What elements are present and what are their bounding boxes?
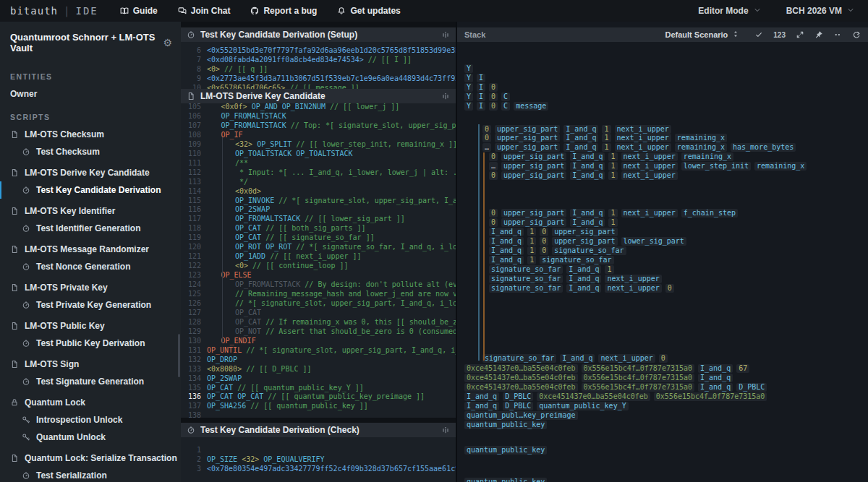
sidebar-item-label: LM-OTS Checksum	[25, 129, 104, 139]
sidebar-section-header: ENTITIES	[0, 62, 181, 85]
stack-row: 0upper_sig_partI_and_q1	[489, 218, 621, 228]
topbar-button-label: Get updates	[350, 6, 400, 16]
stack-value: 0xce451437e0…ba55e04c0feb	[464, 374, 578, 382]
sidebar-item-owner[interactable]: Owner	[0, 85, 181, 103]
sidebar-item-test-public-key-derivation[interactable]: Test Public Key Derivation	[0, 335, 181, 352]
stack-row: signature_so_farI_and_qnext_i_upper	[489, 275, 665, 284]
numeric-format-toggle[interactable]: 123	[773, 31, 786, 39]
stack-value: quantum_publ…key_preimage	[464, 411, 578, 420]
sidebar-item-test-signature-generation[interactable]: Test Signature Generation	[0, 373, 181, 390]
code-text: OP_1ADD // [[ next_i_upper ]]	[235, 251, 362, 261]
stack-redo-icon[interactable]	[852, 30, 861, 39]
stack-value: Y	[464, 83, 473, 92]
script-panel-header: Test Key Candidate Derivation (Setup)	[181, 27, 456, 42]
trace-toggle-icon[interactable]	[441, 426, 450, 434]
key-icon	[22, 433, 30, 442]
sidebar-scrollbar[interactable]	[178, 334, 180, 377]
code-text: OP_FROMALTSTACK // By design: don't poll…	[235, 280, 456, 289]
sidebar-item-label: Owner	[10, 89, 37, 99]
topbar-button-join-chat[interactable]: Join Chat	[178, 6, 231, 16]
token-op: OP_ROT OP_ROT	[235, 243, 292, 251]
stack-value: …	[489, 162, 498, 171]
main-area: Test Key Candidate Derivation (Setup)6<0…	[181, 22, 868, 482]
stack-value: 0	[489, 102, 498, 111]
stack-check-icon[interactable]	[754, 30, 763, 39]
topbar-select-vm-version[interactable]: BCH 2026 VM	[786, 6, 855, 17]
trace-toggle-icon[interactable]	[441, 30, 450, 39]
sidebar-item-lm-ots-key-identifier[interactable]: LM-OTS Key Identifier	[0, 202, 181, 220]
sidebar-item-quantum-unlock[interactable]: Quantum Unlock	[0, 429, 181, 446]
code-text: OP_ENDIF	[221, 336, 256, 345]
token-inactive: OP_FROMALTSTACK	[235, 280, 300, 288]
stack-value: quantum_public_key	[464, 446, 547, 455]
stack-row: 0xce451437e0…ba55e04c0feb0x556e15bc4f…0f…	[464, 383, 770, 392]
line-number: 118	[181, 223, 201, 233]
topbar-button-label: Report a bug	[263, 6, 317, 16]
stack-value: signature_so_far	[552, 246, 626, 255]
stack-pin-icon[interactable]	[814, 30, 823, 39]
stack-row: quantum_public_key	[464, 478, 550, 482]
sidebar-item-test-serialization[interactable]: Test Serialization	[0, 467, 181, 482]
sidebar-item-introspection-unlock[interactable]: Introspection Unlock	[0, 411, 181, 429]
sidebar-item-lm-ots-public-key[interactable]: LM-OTS Public Key	[0, 317, 181, 335]
token-num: <0>	[235, 262, 248, 270]
topbar-button-get-updates[interactable]: Get updates	[337, 6, 400, 16]
sidebar-item-quantum-lock-serialize-transaction[interactable]: Quantum Lock: Serialize Transaction	[0, 449, 181, 467]
stack-value: I_and_q	[570, 171, 605, 180]
sidebar-item-quantum-lock[interactable]: Quantum Lock	[0, 394, 181, 411]
sidebar-item-test-nonce-generation[interactable]: Test Nonce Generation	[0, 258, 181, 275]
sidebar-item-test-identifier-generation[interactable]: Test Identifier Generation	[0, 220, 181, 237]
token-num: <0x0d>	[235, 187, 261, 195]
sidebar-item-test-private-key-generation[interactable]: Test Private Key Generation	[0, 296, 181, 314]
stack-row: I_and_q10upper_sig_partlower_sig_part	[489, 237, 690, 246]
stack-expand-icon[interactable]	[796, 30, 804, 39]
code-text: // Remaining_message_hash and lower_j_en…	[235, 289, 456, 298]
token-hex: <0x78e80354e497adc33427779ff52c4f09b328d…	[207, 465, 456, 473]
code-editor[interactable]: 6<0x552015bd3e70f7797fafa92d6aa96eeb1d20…	[181, 42, 456, 89]
line-number: 137	[181, 401, 201, 410]
token-comment: // *[ signature_slot, upper_sig_part, I_…	[278, 197, 456, 205]
stack-value: quantum_public_key_Y	[537, 402, 628, 410]
sidebar-item-lm-ots-sign[interactable]: LM-OTS Sign	[0, 356, 181, 373]
stack-value: 0x556e15bc4f…0f787e7315a0	[582, 374, 695, 382]
sidebar-item-lm-ots-message-randomizer[interactable]: LM-OTS Message Randomizer	[0, 241, 181, 258]
stack-value: remaining_x	[675, 134, 727, 142]
scenario-select[interactable]: Default Scenario	[665, 30, 741, 40]
stack-value: 67	[736, 364, 749, 373]
sidebar-item-lm-ots-checksum[interactable]: LM-OTS Checksum	[0, 126, 181, 143]
sidebar-item-label: LM-OTS Private Key	[25, 283, 108, 293]
chevron-down-icon	[753, 6, 762, 17]
token-op: OP_CAT	[207, 384, 233, 392]
stack-value: next_i_upper	[605, 284, 661, 293]
topbar-button-guide[interactable]: Guide	[120, 6, 158, 16]
gear-icon[interactable]: ⚙	[163, 38, 172, 48]
code-editor[interactable]: 12OP_SIZE <32> OP_EQUALVERIFY3<0x78e8035…	[181, 437, 456, 482]
topbar-select-editor-mode[interactable]: Editor Mode	[698, 6, 761, 17]
code-line: 136OP_CAT OP_CAT // [[ quantum_public_ke…	[181, 392, 456, 401]
token-op: OP_AND OP_BIN2NUM	[252, 103, 326, 111]
if-indent-guide	[483, 152, 485, 361]
token-hex: <0x552015bd3e70f7797fafa92d6aa96eeb1d20c…	[207, 46, 456, 54]
stack-dots-icon[interactable]	[833, 30, 842, 39]
sidebar-item-test-key-candidate-derivation[interactable]: Test Key Candidate Derivation	[0, 181, 181, 199]
stack-value: I_and_q	[489, 246, 524, 255]
line-number: 127	[181, 308, 201, 317]
code-text: OP_ROT OP_ROT // *[ signature_so_far, I_…	[235, 242, 456, 251]
sidebar-item-test-checksum[interactable]: Test Checksum	[0, 143, 181, 160]
test-icon	[187, 30, 195, 39]
book-icon	[120, 7, 129, 15]
token-comment: // By design: don't pollute alt (even if…	[305, 280, 456, 288]
topbar-button-report-bug[interactable]: Report a bug	[250, 6, 317, 16]
stack-row: 0upper_sig_partI_and_q1next_i_upperremai…	[489, 152, 737, 162]
code-line: 134OP_2SWAP	[181, 374, 456, 383]
template-title-row: Quantumroot Schnorr + LM-OTS Vault ⚙	[0, 22, 181, 62]
sidebar-item-lm-ots-private-key[interactable]: LM-OTS Private Key	[0, 279, 181, 296]
stack-value: I_and_q	[566, 265, 601, 274]
line-number: 3	[181, 464, 201, 473]
token-inactive: OP_CAT	[235, 318, 261, 326]
code-text: OP_INVOKE // *[ signature_slot, upper_si…	[235, 196, 456, 205]
sidebar-item-lm-ots-derive-key-candidate[interactable]: LM-OTS Derive Key Candidate	[0, 164, 181, 181]
trace-toggle-icon[interactable]	[441, 92, 450, 100]
code-line: 106OP_FROMALTSTACK	[181, 111, 456, 121]
stack-value: upper_sig_part	[501, 152, 566, 161]
